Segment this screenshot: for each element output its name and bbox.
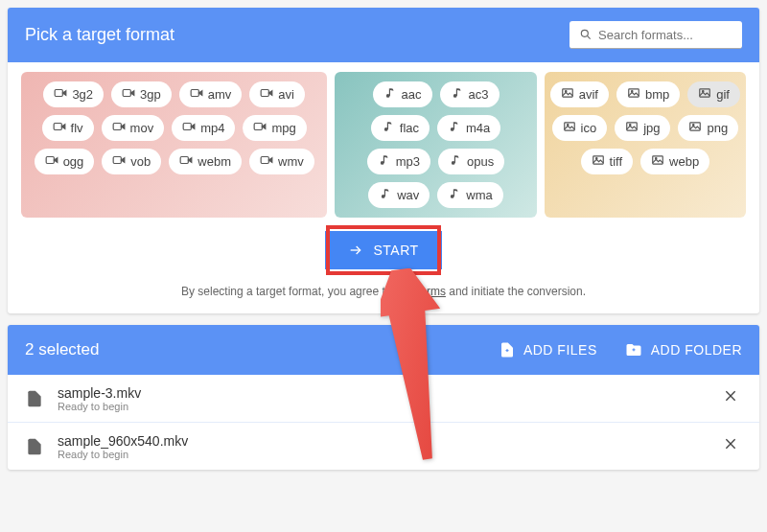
image-icon	[627, 86, 640, 103]
image-icon	[561, 86, 574, 103]
image-formats-group: avifbmpgificojpgpngtiffwebp	[545, 72, 746, 218]
svg-rect-52	[690, 123, 701, 130]
format-chip-3gp[interactable]: 3gp	[111, 81, 172, 107]
video-icon	[45, 153, 58, 170]
audio-icon	[378, 153, 391, 170]
svg-rect-31	[387, 122, 388, 129]
add-folder-button[interactable]: ADD FOLDER	[624, 341, 742, 359]
svg-rect-42	[562, 89, 572, 97]
svg-point-55	[595, 158, 596, 159]
add-files-button[interactable]: ADD FILES	[499, 341, 597, 359]
format-chip-webp[interactable]: webp	[640, 149, 709, 174]
audio-icon	[449, 153, 462, 170]
svg-rect-37	[454, 155, 455, 163]
file-list-card: 2 selected ADD FILES ADD FOLDER sample-3…	[8, 325, 759, 470]
format-chip-webm[interactable]: webm	[169, 149, 242, 174]
svg-rect-14	[183, 124, 191, 130]
format-chip-3g2[interactable]: 3g2	[43, 81, 104, 107]
format-chip-wma[interactable]: wma	[437, 182, 502, 208]
format-chip-gif[interactable]: gif	[687, 81, 740, 107]
svg-rect-39	[384, 189, 385, 197]
svg-point-45	[631, 91, 632, 92]
format-categories: 3g23gpamvaviflvmovmp4mpgoggvobwebmwmv aa…	[21, 72, 746, 218]
video-icon	[122, 86, 135, 103]
format-chip-jpg[interactable]: jpg	[615, 115, 670, 141]
svg-rect-33	[453, 122, 454, 129]
format-chip-flv[interactable]: flv	[42, 115, 94, 141]
format-chip-bmp[interactable]: bmp	[616, 81, 680, 107]
svg-rect-41	[453, 189, 454, 197]
close-icon	[723, 388, 738, 404]
image-icon	[563, 120, 576, 136]
terms-text: By selecting a target format, you agree …	[21, 285, 746, 298]
format-chip-ico[interactable]: ico	[552, 115, 608, 141]
image-icon	[651, 153, 664, 170]
file-icon	[25, 389, 44, 408]
format-chip-ac3[interactable]: ac3	[440, 81, 500, 107]
file-status: Ready to begin	[58, 401, 719, 412]
audio-formats-group: aacac3flacm4amp3opuswavwma	[335, 72, 536, 218]
search-formats-input[interactable]	[598, 28, 732, 42]
format-chip-ogg[interactable]: ogg	[35, 149, 95, 174]
audio-icon	[451, 86, 464, 103]
format-chip-avif[interactable]: avif	[550, 81, 609, 107]
format-chip-amv[interactable]: amv	[179, 81, 243, 107]
format-chip-flac[interactable]: flac	[371, 115, 430, 141]
file-icon	[25, 437, 44, 456]
format-chip-aac[interactable]: aac	[373, 81, 432, 107]
format-chip-mpg[interactable]: mpg	[243, 115, 306, 141]
format-chip-png[interactable]: png	[678, 115, 738, 141]
format-chip-tiff[interactable]: tiff	[581, 149, 634, 174]
svg-point-0	[581, 30, 588, 36]
svg-rect-27	[388, 88, 389, 96]
video-icon	[179, 153, 193, 170]
close-icon	[723, 436, 738, 451]
format-chip-mov[interactable]: mov	[102, 115, 165, 141]
search-icon	[579, 27, 593, 42]
svg-rect-60	[506, 349, 507, 352]
svg-rect-2	[56, 90, 63, 97]
svg-rect-10	[54, 124, 61, 130]
add-file-icon	[499, 341, 516, 359]
svg-rect-4	[123, 90, 130, 97]
video-icon	[190, 86, 203, 103]
video-icon	[53, 120, 66, 136]
file-name: sample-3.mkv	[58, 385, 719, 401]
svg-point-49	[567, 125, 568, 126]
header-title: Pick a target format	[25, 25, 174, 45]
format-chip-m4a[interactable]: m4a	[437, 115, 500, 141]
svg-rect-16	[255, 124, 263, 130]
image-icon	[592, 153, 605, 170]
video-icon	[260, 153, 273, 170]
format-chip-vob[interactable]: vob	[102, 149, 161, 174]
svg-rect-8	[262, 90, 269, 97]
audio-icon	[379, 187, 392, 203]
terms-link[interactable]: Terms	[414, 285, 446, 298]
format-chip-avi[interactable]: avi	[249, 81, 305, 107]
file-status: Ready to begin	[58, 449, 719, 460]
format-chip-wmv[interactable]: wmv	[249, 149, 314, 174]
svg-rect-56	[653, 156, 663, 164]
svg-rect-22	[180, 157, 188, 164]
svg-rect-24	[261, 157, 268, 164]
start-button-wrap: START	[21, 231, 746, 269]
svg-point-57	[656, 158, 657, 159]
start-button[interactable]: START	[325, 231, 441, 269]
image-icon	[625, 120, 639, 136]
svg-line-1	[587, 35, 590, 38]
video-formats-group: 3g23gpamvaviflvmovmp4mpgoggvobwebmwmv	[21, 72, 327, 218]
svg-rect-46	[700, 89, 710, 97]
svg-rect-20	[114, 157, 122, 164]
remove-file-button[interactable]	[719, 384, 742, 412]
format-chip-opus[interactable]: opus	[438, 149, 504, 174]
svg-rect-44	[629, 89, 639, 97]
remove-file-button[interactable]	[719, 432, 742, 460]
arrow-right-icon	[348, 243, 363, 258]
video-icon	[54, 86, 67, 103]
format-chip-mp4[interactable]: mp4	[172, 115, 235, 141]
video-icon	[253, 120, 267, 136]
format-chip-wav[interactable]: wav	[368, 182, 430, 208]
file-row: sample_960x540.mkvReady to begin	[8, 423, 759, 470]
format-chip-mp3[interactable]: mp3	[367, 149, 430, 174]
search-formats-input-wrap[interactable]	[569, 21, 742, 49]
